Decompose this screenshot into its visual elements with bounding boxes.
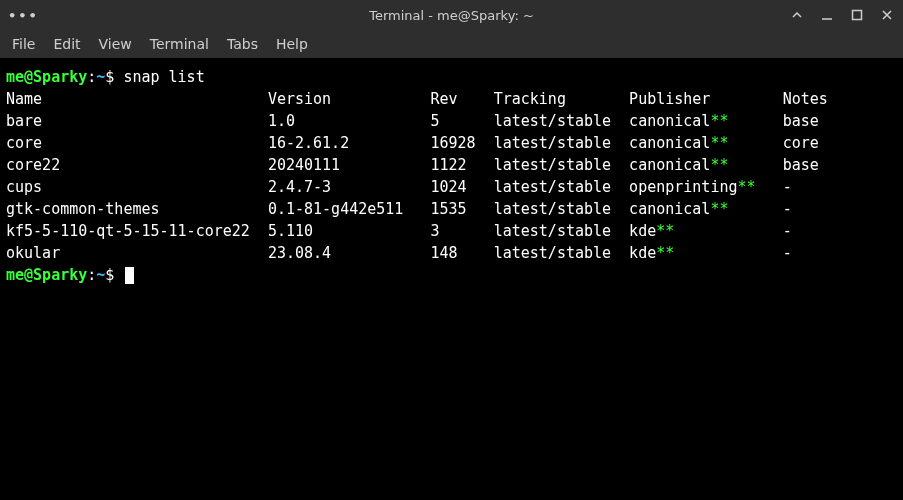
table-row: okular 23.08.4 148 latest/stable kde** -	[6, 242, 897, 264]
verified-mark: **	[710, 112, 728, 130]
table-row: kf5-5-110-qt-5-15-11-core22 5.110 3 late…	[6, 220, 897, 242]
prompt-line: me@Sparky:~$ snap list	[6, 66, 897, 88]
app-menu-icon[interactable]: •••	[8, 8, 39, 23]
prompt-sep: :	[87, 68, 96, 86]
prompt-path: ~	[96, 266, 105, 284]
table-row: cups 2.4.7-3 1024 latest/stable openprin…	[6, 176, 897, 198]
cursor	[125, 267, 134, 284]
table-row: bare 1.0 5 latest/stable canonical** bas…	[6, 110, 897, 132]
terminal-output[interactable]: me@Sparky:~$ snap listName Version Rev T…	[0, 58, 903, 500]
menu-help[interactable]: Help	[276, 36, 308, 52]
prompt-dollar: $	[105, 266, 123, 284]
minimize-button[interactable]	[819, 7, 835, 23]
verified-mark: **	[710, 200, 728, 218]
window-title: Terminal - me@Sparky: ~	[128, 8, 775, 23]
table-row: core 16-2.61.2 16928 latest/stable canon…	[6, 132, 897, 154]
table-row: core22 20240111 1122 latest/stable canon…	[6, 154, 897, 176]
menu-tabs[interactable]: Tabs	[227, 36, 258, 52]
prompt-line: me@Sparky:~$	[6, 264, 897, 286]
prompt-dollar: $	[105, 68, 123, 86]
verified-mark: **	[738, 178, 756, 196]
table-row: gtk-common-themes 0.1-81-g442e511 1535 l…	[6, 198, 897, 220]
prompt-sep: :	[87, 266, 96, 284]
verified-mark: **	[656, 244, 674, 262]
prompt-user: me@Sparky	[6, 266, 87, 284]
prompt-path: ~	[96, 68, 105, 86]
menu-file[interactable]: File	[12, 36, 35, 52]
command-text: snap list	[123, 68, 204, 86]
caret-up-icon[interactable]	[789, 7, 805, 23]
menubar: File Edit View Terminal Tabs Help	[0, 30, 903, 58]
close-button[interactable]	[879, 7, 895, 23]
table-header: Name Version Rev Tracking Publisher Note…	[6, 88, 897, 110]
verified-mark: **	[656, 222, 674, 240]
verified-mark: **	[710, 134, 728, 152]
titlebar: ••• Terminal - me@Sparky: ~	[0, 0, 903, 30]
prompt-user: me@Sparky	[6, 68, 87, 86]
menu-edit[interactable]: Edit	[53, 36, 80, 52]
menu-view[interactable]: View	[99, 36, 132, 52]
menu-terminal[interactable]: Terminal	[150, 36, 209, 52]
svg-rect-0	[853, 11, 862, 20]
verified-mark: **	[710, 156, 728, 174]
maximize-button[interactable]	[849, 7, 865, 23]
